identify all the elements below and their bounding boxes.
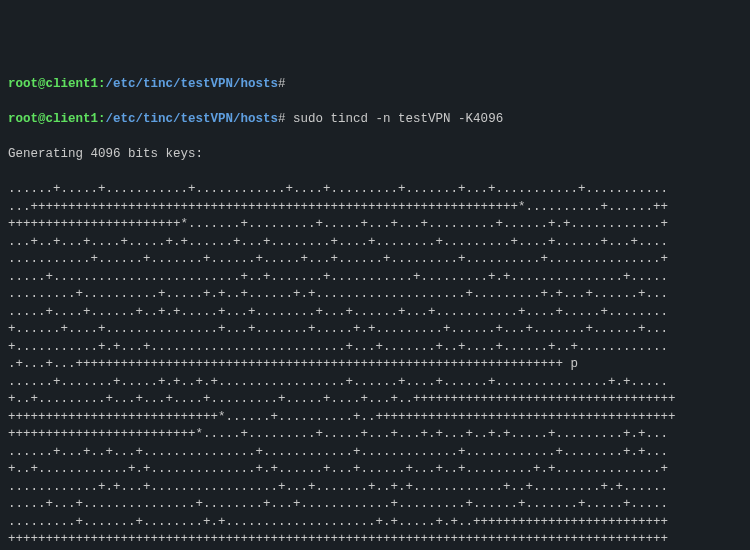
keygen-line: ++++++++++++++++++++++++++++*......+....… bbox=[8, 409, 742, 427]
prompt-line-1: root@client1:/etc/tinc/testVPN/hosts# bbox=[8, 76, 742, 94]
keygen-line: .........+..........+.....+.+..+......+.… bbox=[8, 286, 742, 304]
prompt-hash: # bbox=[278, 112, 286, 126]
keygen-line: +++++++++++++++++++++++++*.....+........… bbox=[8, 426, 742, 444]
keygen-line: .........+.......+........+.+...........… bbox=[8, 514, 742, 532]
keygen-line: ...+++++++++++++++++++++++++++++++++++++… bbox=[8, 199, 742, 217]
keygen-line: .+...+...+++++++++++++++++++++++++++++++… bbox=[8, 356, 742, 374]
keygen-line: +++++++++++++++++++++++*.......+........… bbox=[8, 216, 742, 234]
prompt-colon: : bbox=[98, 77, 106, 91]
generating-text: Generating 4096 bits keys: bbox=[8, 146, 742, 164]
keygen-line: ......+...+..+...+...............+......… bbox=[8, 444, 742, 462]
keygen-line: .....+...+...............+........+...+.… bbox=[8, 496, 742, 514]
keygen-line: ...........+......+.......+......+.....+… bbox=[8, 251, 742, 269]
prompt-path: /etc/tinc/testVPN/hosts bbox=[106, 112, 279, 126]
keygen-line: +...........+.+...+.....................… bbox=[8, 339, 742, 357]
keygen-line: ............+.+...+.................+...… bbox=[8, 479, 742, 497]
keygen-line: ......+.....+...........+............+..… bbox=[8, 181, 742, 199]
keygen-line: ++++++++++++++++++++++++++++++++++++++++… bbox=[8, 531, 742, 549]
keygen-line: +..+............+.+..............+.+....… bbox=[8, 461, 742, 479]
prompt-colon: : bbox=[98, 112, 106, 126]
keygen-line: +......+....+...............+...+.......… bbox=[8, 321, 742, 339]
keygen-line: ...+..+...+....+.....+.+......+...+.....… bbox=[8, 234, 742, 252]
keygen-output: ......+.....+...........+............+..… bbox=[8, 181, 742, 550]
prompt-line-2: root@client1:/etc/tinc/testVPN/hosts# su… bbox=[8, 111, 742, 129]
keygen-line: +..+.........+...+...+....+.........+...… bbox=[8, 391, 742, 409]
prompt-path: /etc/tinc/testVPN/hosts bbox=[106, 77, 279, 91]
prompt-user: root@client1 bbox=[8, 112, 98, 126]
keygen-line: .....+....+......+..+.+.....+...+.......… bbox=[8, 304, 742, 322]
keygen-line: ......+.......+.....+.+..+.+............… bbox=[8, 374, 742, 392]
keygen-line: .....+.........................+..+.....… bbox=[8, 269, 742, 287]
prompt-user: root@client1 bbox=[8, 77, 98, 91]
prompt-hash: # bbox=[278, 77, 286, 91]
command-text: sudo tincd -n testVPN -K4096 bbox=[293, 112, 503, 126]
